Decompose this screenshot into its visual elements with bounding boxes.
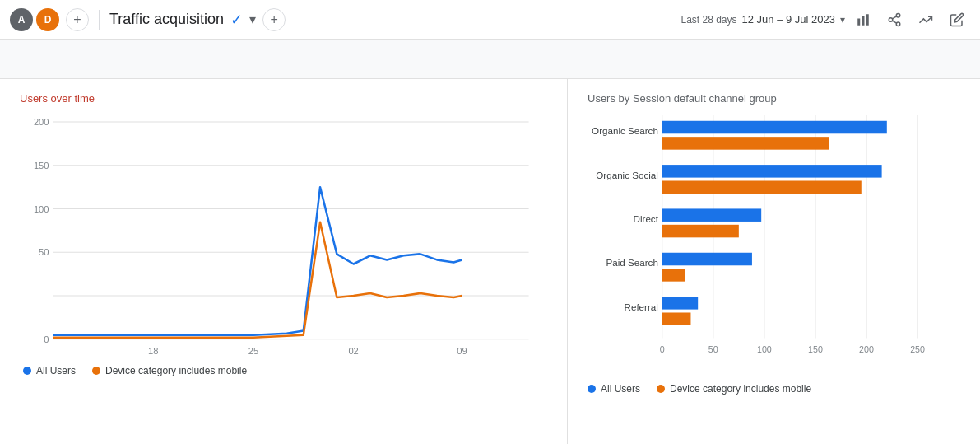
- bar-referral-mobile: [662, 312, 691, 325]
- right-legend-label-all-users: All Users: [601, 383, 640, 395]
- header-right: Last 28 days 12 Jun – 9 Jul 2023 ▾: [680, 7, 970, 33]
- title-check-icon: ✓: [230, 11, 243, 29]
- svg-text:150: 150: [808, 344, 823, 354]
- sub-header: [0, 40, 980, 79]
- share-button[interactable]: [881, 7, 908, 33]
- line-chart: 200 150 100 50 0 18 Jun 25 02 Jul 09: [20, 111, 554, 358]
- svg-text:Paid Search: Paid Search: [606, 257, 658, 268]
- bar-organic-social-all: [662, 165, 882, 178]
- svg-text:Organic Search: Organic Search: [592, 125, 658, 136]
- page-title: Traffic acquisition: [109, 11, 224, 28]
- svg-text:50: 50: [708, 344, 718, 354]
- line-chart-svg: 200 150 100 50 0 18 Jun 25 02 Jul 09: [20, 111, 554, 358]
- bar-paid-search-mobile: [662, 269, 685, 282]
- svg-text:200: 200: [34, 117, 49, 127]
- svg-text:09: 09: [457, 346, 467, 356]
- trend-button[interactable]: [913, 7, 939, 33]
- chart-type-button[interactable]: [850, 7, 876, 33]
- svg-line-6: [892, 21, 896, 23]
- right-legend-all-users: All Users: [588, 383, 640, 395]
- bar-chart: 0 50 100 150 200 250 Organic Search Orga…: [588, 115, 960, 378]
- svg-text:100: 100: [757, 344, 772, 354]
- left-panel: Users over time 200 150 100 50 0 18 Jun …: [0, 79, 568, 444]
- legend-dot-blue: [23, 367, 31, 375]
- bar-direct-mobile: [662, 225, 739, 238]
- avatar-a[interactable]: A: [10, 8, 33, 31]
- legend-label-mobile: Device category includes mobile: [105, 365, 247, 376]
- header: A D + Traffic acquisition ✓ ▾ + Last 28 …: [0, 0, 980, 40]
- avatar-d[interactable]: D: [36, 8, 59, 31]
- bar-direct-all: [662, 208, 761, 222]
- svg-text:250: 250: [910, 344, 925, 354]
- right-legend-dot-blue: [588, 385, 596, 393]
- date-range: Last 28 days 12 Jun – 9 Jul 2023 ▾: [680, 13, 845, 26]
- header-divider: [99, 10, 100, 30]
- right-legend-dot-orange: [657, 385, 665, 393]
- svg-text:100: 100: [34, 204, 49, 214]
- page-title-container: Traffic acquisition ✓ ▾ +: [109, 8, 286, 31]
- svg-text:18: 18: [148, 346, 158, 356]
- right-legend-mobile: Device category includes mobile: [657, 383, 811, 395]
- add-tab-button[interactable]: +: [66, 8, 89, 31]
- left-legend: All Users Device category includes mobil…: [20, 365, 554, 376]
- title-add-button[interactable]: +: [262, 8, 286, 31]
- svg-rect-1: [862, 16, 865, 25]
- svg-text:0: 0: [660, 344, 665, 354]
- legend-dot-orange: [92, 367, 100, 375]
- date-value[interactable]: 12 Jun – 9 Jul 2023: [742, 13, 835, 26]
- svg-rect-0: [857, 18, 860, 25]
- right-panel: Users by Session default channel group 0…: [568, 79, 980, 444]
- svg-text:200: 200: [859, 344, 874, 354]
- svg-text:Jun: Jun: [146, 356, 160, 358]
- svg-line-7: [892, 16, 896, 18]
- svg-text:50: 50: [39, 247, 49, 257]
- left-chart-title: Users over time: [20, 92, 554, 105]
- bar-organic-search-mobile: [662, 137, 829, 150]
- svg-text:150: 150: [34, 161, 49, 171]
- svg-text:Organic Social: Organic Social: [596, 170, 658, 180]
- svg-text:Referral: Referral: [625, 301, 658, 312]
- legend-all-users: All Users: [23, 365, 76, 376]
- right-legend: All Users Device category includes mobil…: [588, 383, 960, 395]
- bar-organic-social-mobile: [662, 180, 862, 194]
- svg-text:0: 0: [44, 334, 49, 344]
- edit-button[interactable]: [944, 7, 970, 33]
- legend-label-all-users: All Users: [36, 365, 76, 376]
- date-label: Last 28 days: [680, 14, 736, 26]
- svg-point-3: [896, 13, 900, 17]
- svg-point-5: [896, 22, 900, 26]
- date-caret-icon[interactable]: ▾: [840, 14, 845, 26]
- svg-text:25: 25: [248, 346, 258, 356]
- bar-chart-svg: 0 50 100 150 200 250 Organic Search Orga…: [588, 115, 960, 378]
- svg-text:02: 02: [348, 346, 358, 356]
- svg-text:Jul: Jul: [348, 356, 360, 358]
- right-legend-label-mobile: Device category includes mobile: [670, 383, 811, 395]
- svg-point-4: [889, 17, 893, 21]
- svg-rect-2: [866, 14, 869, 26]
- bar-organic-search-all: [662, 121, 887, 134]
- title-dropdown-icon[interactable]: ▾: [249, 12, 256, 27]
- bar-referral-all: [662, 297, 698, 310]
- bar-paid-search-all: [662, 253, 752, 266]
- right-chart-title: Users by Session default channel group: [588, 92, 960, 105]
- legend-mobile: Device category includes mobile: [92, 365, 247, 376]
- main-content: Users over time 200 150 100 50 0 18 Jun …: [0, 79, 980, 444]
- svg-text:Direct: Direct: [634, 213, 659, 224]
